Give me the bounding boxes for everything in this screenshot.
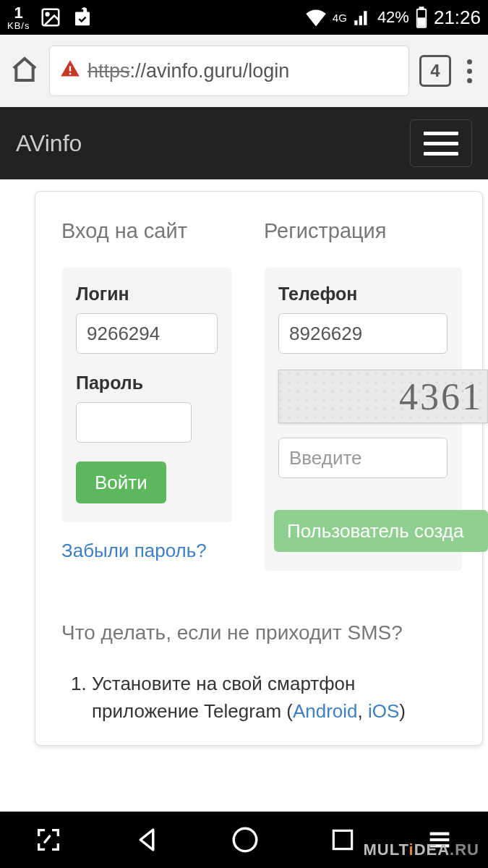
phone-label: Телефон xyxy=(278,284,448,305)
image-icon xyxy=(40,7,61,28)
tab-switcher[interactable]: 4 xyxy=(419,55,451,87)
hamburger-menu[interactable] xyxy=(410,119,472,167)
shopping-icon xyxy=(72,7,93,28)
clock: 21:26 xyxy=(434,7,481,29)
password-label: Пароль xyxy=(76,373,218,393)
register-panel: Телефон 4361 Пользователь созда xyxy=(264,268,462,571)
login-label: Логин xyxy=(76,284,218,305)
brand-title[interactable]: AVinfo xyxy=(16,130,82,157)
network-speed: 1 KB/s xyxy=(7,5,30,30)
url-bar[interactable]: https://avinfo.guru/login xyxy=(49,46,409,96)
android-status-bar: 1 KB/s 4G 42% 21:26 xyxy=(0,0,488,35)
register-column: Регистрация Телефон 4361 Пользователь со… xyxy=(264,219,462,571)
recent-apps-icon[interactable] xyxy=(329,826,356,854)
login-submit-button[interactable]: Войти xyxy=(76,461,166,503)
back-icon[interactable] xyxy=(132,825,162,855)
faq-section: Что делать, если не приходит SMS? Устано… xyxy=(61,621,456,725)
menu-icon[interactable] xyxy=(461,59,478,83)
login-column: Вход на сайт Логин Пароль Войти Забыли п… xyxy=(61,219,232,571)
android-link[interactable]: Android xyxy=(293,700,358,722)
home-icon[interactable] xyxy=(10,55,39,87)
network-type: 4G xyxy=(333,12,347,23)
register-toast: Пользователь созда xyxy=(274,510,488,552)
ios-link[interactable]: iOS xyxy=(368,700,399,722)
svg-rect-3 xyxy=(419,7,423,9)
captcha-image: 4361 xyxy=(278,370,488,423)
faq-title: Что делать, если не приходит SMS? xyxy=(61,621,456,644)
svg-point-1 xyxy=(46,13,49,16)
svg-rect-6 xyxy=(333,830,351,848)
login-input[interactable] xyxy=(76,313,218,354)
chrome-toolbar: https://avinfo.guru/login 4 xyxy=(0,35,488,107)
password-input[interactable] xyxy=(76,402,192,443)
url-text: https://avinfo.guru/login xyxy=(87,60,289,82)
android-nav-bar xyxy=(0,812,488,868)
phone-input[interactable] xyxy=(278,313,448,354)
login-panel: Логин Пароль Войти xyxy=(61,268,232,522)
fullscreen-icon[interactable] xyxy=(34,825,63,854)
battery-percent: 42% xyxy=(377,8,409,27)
svg-rect-4 xyxy=(419,18,425,26)
wifi-icon xyxy=(305,8,327,27)
site-navbar: AVinfo xyxy=(0,107,488,179)
register-title: Регистрация xyxy=(264,219,462,243)
battery-icon xyxy=(415,7,428,28)
warning-icon xyxy=(60,59,80,84)
faq-item-1: Установите на свой смартфон приложение T… xyxy=(92,671,456,725)
login-title: Вход на сайт xyxy=(61,219,232,243)
auth-card: Вход на сайт Логин Пароль Войти Забыли п… xyxy=(35,191,483,746)
forgot-password-link[interactable]: Забыли пароль? xyxy=(61,540,207,562)
captcha-input[interactable] xyxy=(278,438,448,478)
watermark: MULTiDEA.RU xyxy=(363,841,479,859)
home-nav-icon[interactable] xyxy=(230,825,260,855)
signal-icon xyxy=(353,8,372,27)
svg-point-5 xyxy=(234,828,257,851)
